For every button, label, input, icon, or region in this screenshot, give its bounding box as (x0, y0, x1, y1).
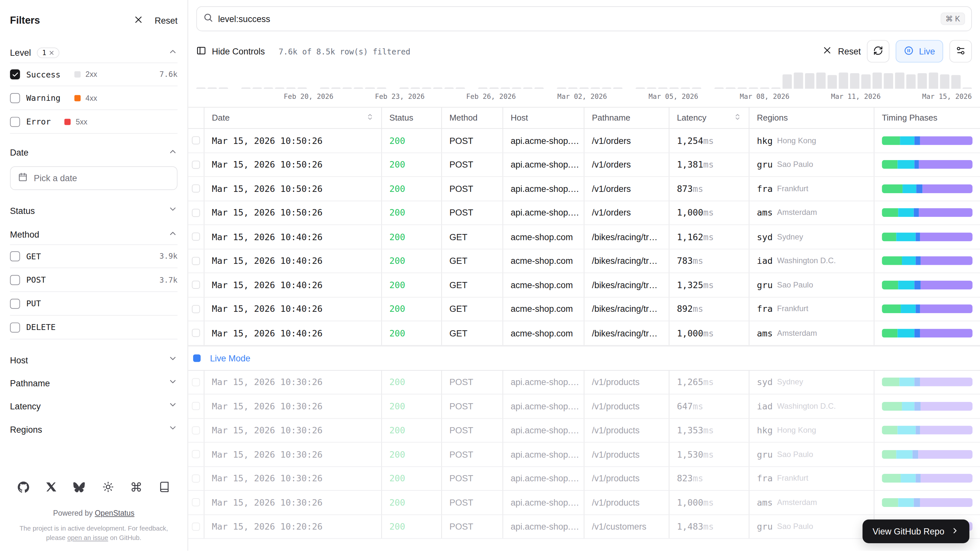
x-twitter-link[interactable] (44, 479, 59, 496)
header-pathname[interactable]: Pathname (584, 108, 669, 128)
regions-section-header[interactable]: Regions (10, 417, 178, 441)
cell-latency[interactable]: 1,325ms (670, 273, 749, 296)
histogram-bar[interactable] (681, 88, 690, 89)
cell-status[interactable]: 200 (382, 443, 442, 466)
header-host[interactable]: Host (503, 108, 585, 128)
cell-pathname[interactable]: /v1/orders (584, 177, 669, 200)
cell-method[interactable]: POST (442, 515, 503, 538)
histogram-bar[interactable] (365, 88, 375, 89)
row-checkbox[interactable] (192, 257, 200, 265)
histogram-bar[interactable] (658, 88, 668, 89)
latency-section-header[interactable]: Latency (10, 395, 178, 417)
histogram-bar[interactable] (613, 88, 622, 89)
histogram-bar[interactable] (320, 88, 329, 89)
histogram-bar[interactable] (196, 88, 206, 89)
cell-latency[interactable]: 1,483ms (670, 515, 749, 538)
histogram-bar[interactable] (410, 88, 420, 89)
cell-host[interactable]: api.acme-shop.… (503, 491, 585, 514)
cell-status[interactable]: 200 (382, 177, 442, 200)
histogram-bar[interactable] (940, 75, 950, 89)
table-row[interactable]: Mar 15, 2026 10:40:26 200 GET acme-shop.… (188, 249, 980, 273)
histogram-bar[interactable] (275, 88, 285, 89)
open-issue-link[interactable]: open an issue (67, 534, 108, 541)
cell-method[interactable]: GET (442, 297, 503, 320)
table-row[interactable]: Mar 15, 2026 10:50:26 200 POST api.acme-… (188, 129, 980, 153)
cell-method[interactable]: POST (442, 395, 503, 418)
header-latency[interactable]: Latency (670, 108, 749, 128)
cell-date[interactable]: Mar 15, 2026 10:30:26 (205, 395, 382, 418)
cell-method[interactable]: POST (442, 371, 503, 394)
cell-host[interactable]: api.acme-shop.… (503, 201, 585, 224)
cell-pathname[interactable]: /bikes/racing/tr… (584, 249, 669, 272)
row-checkbox[interactable] (192, 426, 200, 434)
cell-region[interactable]: gruSao Paulo (749, 273, 874, 296)
histogram-bar[interactable] (839, 73, 848, 89)
cell-status[interactable]: 200 (382, 297, 442, 320)
row-checkbox[interactable] (192, 281, 200, 289)
histogram-bar[interactable] (354, 88, 363, 89)
histogram-bar[interactable] (602, 88, 611, 89)
histogram-bar[interactable] (523, 88, 533, 89)
histogram-bar[interactable] (557, 88, 566, 89)
cell-host[interactable]: api.acme-shop.… (503, 371, 585, 394)
row-checkbox[interactable] (192, 450, 200, 458)
histogram-bar[interactable] (343, 88, 352, 89)
filter-option-warning[interactable]: Warning 4xx (10, 86, 178, 110)
histogram-bar[interactable] (872, 73, 882, 89)
cell-timing[interactable] (874, 225, 980, 248)
cell-host[interactable]: api.acme-shop.… (503, 129, 585, 152)
cell-region[interactable]: gruSao Paulo (749, 515, 874, 538)
histogram-bar[interactable] (918, 73, 927, 89)
histogram-bar[interactable] (591, 88, 600, 89)
table-row[interactable]: Mar 15, 2026 10:30:26 200 POST api.acme-… (188, 443, 980, 467)
histogram-bar[interactable] (512, 88, 521, 89)
cell-pathname[interactable]: /v1/orders (584, 153, 669, 176)
cell-date[interactable]: Mar 15, 2026 10:30:26 (205, 419, 382, 442)
histogram-bar[interactable] (298, 88, 307, 89)
cell-latency[interactable]: 823ms (670, 467, 749, 490)
cell-host[interactable]: acme-shop.com (503, 225, 585, 248)
live-toggle-button[interactable]: Live (896, 40, 943, 62)
row-checkbox[interactable] (192, 209, 200, 217)
cell-timing[interactable] (874, 177, 980, 200)
cell-pathname[interactable]: /v1/products (584, 443, 669, 466)
row-checkbox[interactable] (192, 378, 200, 386)
histogram-bar[interactable] (692, 88, 702, 89)
row-checkbox[interactable] (192, 305, 200, 313)
cell-latency[interactable]: 1,381ms (670, 153, 749, 176)
cell-host[interactable]: api.acme-shop.… (503, 515, 585, 538)
histogram-bar[interactable] (422, 88, 431, 89)
cell-region[interactable]: hkgHong Kong (749, 129, 874, 152)
table-row[interactable]: Mar 15, 2026 10:30:26 200 POST api.acme-… (188, 491, 980, 515)
histogram-bar[interactable] (737, 88, 747, 89)
histogram-bar[interactable] (444, 88, 454, 89)
cell-pathname[interactable]: /v1/products (584, 467, 669, 490)
cell-region[interactable]: iadWashington D.C. (749, 395, 874, 418)
cell-date[interactable]: Mar 15, 2026 10:40:26 (205, 249, 382, 272)
checkbox-unchecked[interactable] (10, 275, 20, 285)
cell-timing[interactable] (874, 129, 980, 152)
histogram-bar[interactable] (647, 88, 657, 89)
filter-option-get[interactable]: GET 3.9k (10, 244, 178, 268)
cell-latency[interactable]: 1,530ms (670, 443, 749, 466)
cell-latency[interactable]: 1,000ms (670, 491, 749, 514)
view-options-button[interactable] (950, 40, 972, 62)
cell-timing[interactable] (874, 371, 980, 394)
histogram-bar[interactable] (951, 75, 961, 89)
histogram-bar[interactable] (895, 73, 905, 89)
histogram-bar[interactable] (501, 88, 510, 89)
cell-status[interactable]: 200 (382, 395, 442, 418)
cell-pathname[interactable]: /bikes/racing/tr… (584, 273, 669, 296)
row-checkbox[interactable] (192, 402, 200, 410)
cell-method[interactable]: POST (442, 201, 503, 224)
cell-status[interactable]: 200 (382, 515, 442, 538)
row-checkbox[interactable] (192, 137, 200, 145)
cell-method[interactable]: POST (442, 419, 503, 442)
cell-method[interactable]: GET (442, 225, 503, 248)
cell-method[interactable]: GET (442, 321, 503, 344)
cell-host[interactable]: acme-shop.com (503, 297, 585, 320)
histogram-bar[interactable] (377, 88, 386, 89)
cell-host[interactable]: api.acme-shop.… (503, 419, 585, 442)
histogram-bar[interactable] (579, 88, 589, 89)
cell-date[interactable]: Mar 15, 2026 10:40:26 (205, 225, 382, 248)
